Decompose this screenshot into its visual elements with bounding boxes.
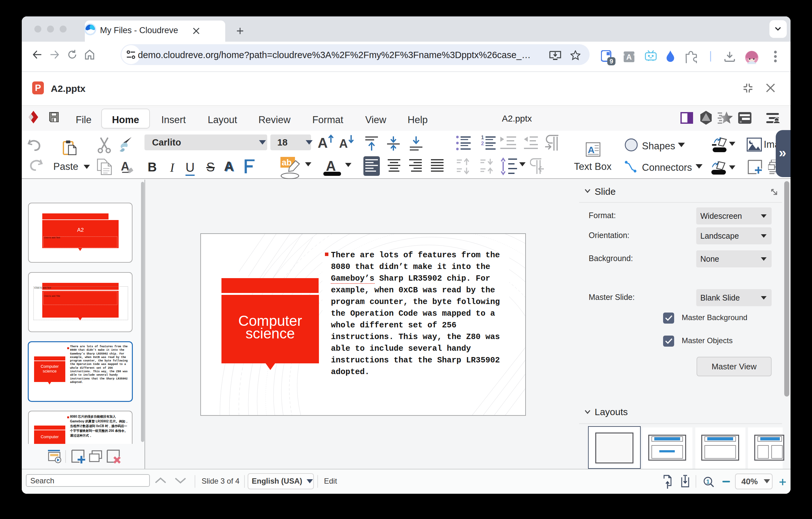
svg-text:2: 2 xyxy=(481,141,484,146)
svg-text:A: A xyxy=(588,144,594,155)
svg-text:ab: ab xyxy=(282,158,292,167)
svg-text:9: 9 xyxy=(609,58,613,65)
svg-text:A: A xyxy=(626,53,632,61)
svg-text:1: 1 xyxy=(706,478,710,485)
svg-text:1: 1 xyxy=(481,135,484,140)
